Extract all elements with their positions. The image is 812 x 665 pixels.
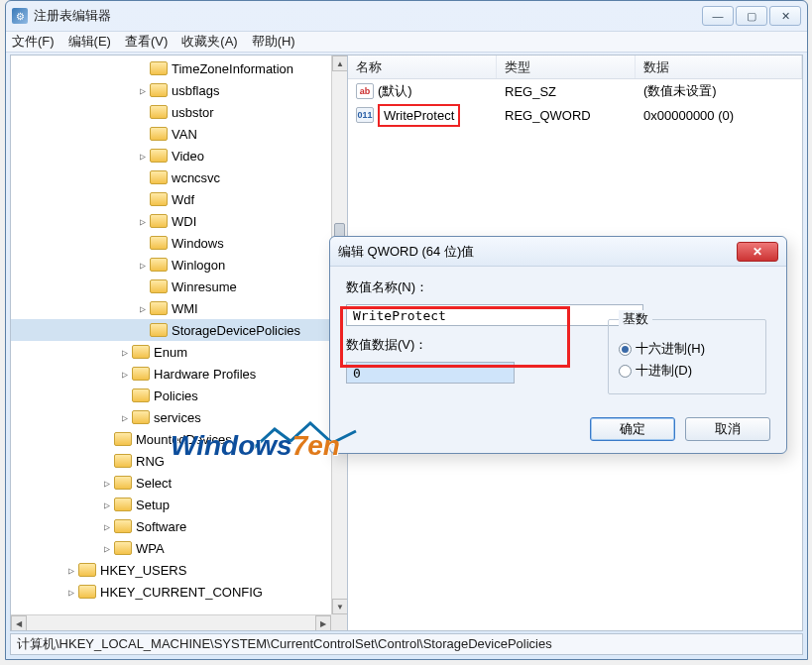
radix-hex-option[interactable]: 十六进制(H) [619, 340, 755, 358]
menu-favorites[interactable]: 收藏夹(A) [181, 33, 237, 51]
scroll-down-icon[interactable]: ▼ [332, 599, 348, 614]
folder-icon [150, 149, 168, 163]
radix-legend: 基数 [619, 310, 652, 328]
expander-icon[interactable]: ▷ [118, 412, 132, 423]
menu-help[interactable]: 帮助(H) [252, 33, 295, 51]
value-name: (默认) [378, 82, 412, 100]
binary-value-icon: 011 [356, 107, 374, 123]
scroll-right-icon[interactable]: ▶ [315, 615, 331, 630]
folder-icon [150, 170, 168, 184]
tree-item[interactable]: ▷Software [11, 515, 347, 537]
edit-qword-dialog: 编辑 QWORD (64 位)值 ✕ 数值名称(N)： 数值数据(V)： 基数 … [329, 236, 787, 454]
tree-item[interactable]: RNG [11, 450, 347, 472]
folder-icon [150, 236, 168, 250]
expander-icon[interactable]: ▷ [100, 543, 114, 554]
dialog-titlebar[interactable]: 编辑 QWORD (64 位)值 ✕ [330, 237, 786, 267]
tree-label: HKEY_CURRENT_CONFIG [100, 585, 263, 600]
folder-icon [114, 476, 132, 490]
tree-item[interactable]: TimeZoneInformation [11, 57, 347, 79]
tree-item[interactable]: ▷Enum [11, 341, 347, 363]
col-type[interactable]: 类型 [497, 55, 636, 78]
radio-icon [619, 343, 632, 356]
tree-item[interactable]: Windows [11, 232, 347, 254]
menu-edit[interactable]: 编辑(E) [68, 33, 111, 51]
menu-file[interactable]: 文件(F) [12, 33, 55, 51]
col-name[interactable]: 名称 [348, 55, 497, 78]
expander-icon[interactable]: ▷ [136, 216, 150, 227]
tree-label: Software [136, 519, 186, 534]
tree-hscrollbar[interactable]: ◀ ▶ [11, 614, 331, 630]
value-name: WriteProtect [384, 108, 454, 123]
expander-icon[interactable]: ▷ [64, 565, 78, 576]
ok-button[interactable]: 确定 [590, 417, 675, 441]
tree-item[interactable]: ▷Select [11, 472, 347, 494]
tree-item[interactable]: ▷Setup [11, 494, 347, 515]
col-data[interactable]: 数据 [636, 55, 802, 78]
expander-icon[interactable]: ▷ [136, 85, 150, 96]
status-bar: 计算机\HKEY_LOCAL_MACHINE\SYSTEM\CurrentCon… [10, 633, 803, 655]
tree-item[interactable]: MountedDevices [11, 428, 347, 450]
tree-item[interactable]: ▷usbflags [11, 79, 347, 101]
folder-icon [132, 367, 150, 381]
minimize-button[interactable]: — [702, 6, 734, 26]
expander-icon[interactable]: ▷ [136, 151, 150, 162]
tree-item[interactable]: ▷HKEY_CURRENT_CONFIG [11, 581, 347, 603]
scroll-up-icon[interactable]: ▲ [332, 55, 348, 71]
tree-label: WMI [172, 301, 198, 316]
close-button[interactable]: ✕ [769, 6, 801, 26]
titlebar[interactable]: ⚙ 注册表编辑器 — ▢ ✕ [6, 1, 807, 31]
folder-icon [150, 258, 168, 272]
value-row[interactable]: ab(默认)REG_SZ(数值未设置) [348, 79, 802, 103]
tree-item[interactable]: ▷WDI [11, 210, 347, 232]
folder-icon [150, 301, 168, 315]
tree-label: WDI [172, 214, 196, 229]
menu-bar: 文件(F) 编辑(E) 查看(V) 收藏夹(A) 帮助(H) [6, 31, 807, 53]
tree-item[interactable]: ▷HKEY_USERS [11, 559, 347, 581]
expander-icon[interactable]: ▷ [100, 478, 114, 489]
tree-item[interactable]: ▷Hardware Profiles [11, 363, 347, 385]
tree-pane[interactable]: TimeZoneInformation▷usbflagsusbstorVAN▷V… [11, 55, 348, 630]
tree-item[interactable]: usbstor [11, 101, 347, 123]
tree-label: wcncsvc [172, 170, 220, 185]
tree-item[interactable]: StorageDevicePolicies [11, 319, 347, 341]
tree-label: Setup [136, 498, 170, 512]
tree-item[interactable]: Winresume [11, 276, 347, 297]
tree-item[interactable]: ▷WPA [11, 537, 347, 559]
cancel-button[interactable]: 取消 [685, 417, 770, 441]
expander-icon[interactable]: ▷ [136, 303, 150, 314]
folder-icon [114, 432, 132, 446]
tree-item[interactable]: Policies [11, 385, 347, 406]
expander-icon[interactable]: ▷ [118, 369, 132, 380]
tree-item[interactable]: ▷services [11, 406, 347, 428]
status-path: 计算机\HKEY_LOCAL_MACHINE\SYSTEM\CurrentCon… [17, 635, 552, 653]
dialog-close-button[interactable]: ✕ [737, 242, 778, 262]
tree-item[interactable]: wcncsvc [11, 166, 347, 188]
folder-icon [150, 83, 168, 97]
string-value-icon: ab [356, 83, 374, 99]
maximize-button[interactable]: ▢ [736, 6, 767, 26]
radix-dec-option[interactable]: 十进制(D) [619, 362, 755, 380]
tree-item[interactable]: Wdf [11, 188, 347, 210]
expander-icon[interactable]: ▷ [136, 260, 150, 271]
folder-icon [114, 519, 132, 533]
expander-icon[interactable]: ▷ [100, 499, 114, 510]
tree-item[interactable]: VAN [11, 123, 347, 145]
folder-icon [132, 345, 150, 359]
tree-label: TimeZoneInformation [172, 61, 293, 76]
tree-item[interactable]: ▷Winlogon [11, 254, 347, 276]
value-row[interactable]: 011WriteProtectREG_QWORD0x00000000 (0) [348, 103, 802, 127]
scroll-left-icon[interactable]: ◀ [11, 615, 27, 630]
tree-label: Hardware Profiles [154, 367, 256, 382]
expander-icon[interactable]: ▷ [64, 587, 78, 598]
folder-icon [150, 214, 168, 228]
tree-label: StorageDevicePolicies [172, 323, 300, 338]
tree-item[interactable]: ▷WMI [11, 297, 347, 319]
tree-item[interactable]: ▷Video [11, 145, 347, 166]
tree-label: HKEY_USERS [100, 563, 186, 578]
expander-icon[interactable]: ▷ [100, 521, 114, 532]
tree-label: Enum [154, 345, 187, 360]
list-header[interactable]: 名称 类型 数据 [348, 55, 802, 79]
menu-view[interactable]: 查看(V) [125, 33, 168, 51]
expander-icon[interactable]: ▷ [118, 347, 132, 358]
folder-icon [150, 323, 168, 337]
